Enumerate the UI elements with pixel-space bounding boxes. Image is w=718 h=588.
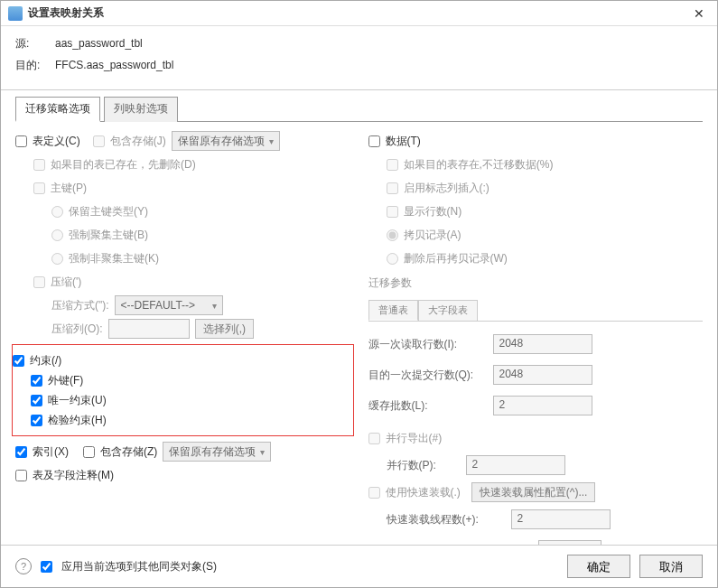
target-label: 目的: [15,56,48,74]
table-field-comment-label: 表及字段注释(M) [33,468,114,483]
data-label: 数据(T) [386,134,421,149]
pk-label: 主键(P) [51,181,87,196]
enable-identity-label: 启用标志列插入(:) [404,181,490,196]
force-cluster-pk-radio[interactable] [51,229,63,241]
fast-thread-input[interactable]: 2 [511,509,611,529]
include-storage-j-checkbox[interactable] [93,135,105,147]
subtab-lob[interactable]: 大字段表 [418,300,478,321]
show-rows-checkbox[interactable] [387,206,398,218]
use-fast-load-checkbox[interactable] [368,487,380,499]
storage-combo2[interactable]: 保留原有存储选项 [163,442,271,462]
subtab-normal[interactable]: 普通表 [368,300,418,321]
cache-batch-input[interactable]: 2 [493,396,592,415]
cancel-button[interactable]: 取消 [639,555,703,578]
parallel-export-label: 并行导出(#) [386,431,443,446]
app-icon [8,6,23,21]
table-field-comment-checkbox[interactable] [15,470,27,481]
fast-thread-label: 快速装载线程数(+): [387,512,504,527]
close-icon[interactable]: ✕ [688,6,710,21]
compress-col-input[interactable] [108,319,190,339]
parallel-rows-input[interactable]: 2 [466,455,565,475]
window-title: 设置表映射关系 [28,5,688,21]
table-def-label: 表定义(C) [33,134,80,149]
tab-migrate-strategy[interactable]: 迁移策略选项 [15,97,100,122]
if-exists-delete-label: 如果目的表已存在，先删除(D) [51,157,196,173]
compress-mode-label: 压缩方式("): [51,298,109,313]
use-fast-load-label: 使用快速装载(.) [386,485,461,500]
force-noncluster-pk-label: 强制非聚集主键(K) [69,251,159,266]
apply-all-label: 应用当前选项到其他同类对象(S) [61,559,217,574]
help-icon[interactable]: ? [15,558,32,574]
migrate-param-label: 迁移参数 [368,275,704,291]
target-value: FFCS.aas_password_tbl [55,56,173,74]
unique-checkbox[interactable] [31,395,42,406]
parallel-export-checkbox[interactable] [368,433,380,444]
show-rows-label: 显示行数(N) [404,204,462,219]
enable-identity-checkbox[interactable] [387,182,398,194]
src-read-rows-label: 源一次读取行数(I): [368,337,486,352]
check-label: 检验约束(H) [48,413,107,428]
index-checkbox[interactable] [15,446,27,458]
dst-commit-rows-label: 目的一次提交行数(Q): [368,368,486,383]
table-def-checkbox[interactable] [15,135,27,147]
copy-record-radio[interactable] [387,229,398,241]
force-noncluster-pk-radio[interactable] [51,253,63,265]
fk-label: 外键(F) [48,373,83,388]
parallel-rows-label: 并行数(P): [387,458,459,473]
src-read-rows-input[interactable]: 2048 [493,334,592,354]
source-value: aas_password_tbl [55,34,143,52]
dst-commit-rows-input[interactable]: 2048 [493,365,592,385]
constraint-label: 约束(/) [30,353,61,369]
compress-col-label: 压缩列(O): [51,322,103,337]
ok-button[interactable]: 确定 [567,555,630,578]
copy-after-delete-label: 删除后再拷贝记录(W) [404,251,508,266]
if-exists-no-migrate-label: 如果目的表存在,不迁移数据(%) [404,157,554,173]
select-col-button[interactable]: 选择列(,) [195,319,254,339]
include-storage-j-label: 包含存储(J) [110,134,166,149]
source-label: 源: [15,34,48,52]
if-exists-delete-checkbox[interactable] [33,159,45,171]
include-storage-z-checkbox[interactable] [83,446,95,458]
fk-checkbox[interactable] [31,375,42,387]
index-label: 索引(X) [33,444,69,460]
tab-column-mapping[interactable]: 列映射选项 [104,97,178,122]
keep-pk-type-radio[interactable] [51,206,63,218]
compress-checkbox[interactable] [33,276,45,288]
copy-record-label: 拷贝记录(A) [404,228,462,243]
constraint-checkbox[interactable] [13,355,24,367]
compress-label: 压缩(') [51,275,81,290]
unique-label: 唯一约束(U) [48,393,107,408]
check-checkbox[interactable] [31,415,42,426]
include-storage-z-label: 包含存储(Z) [100,444,157,460]
apply-all-checkbox[interactable] [41,561,52,573]
if-exists-no-migrate-checkbox[interactable] [387,159,398,171]
fast-load-config-button[interactable]: 快速装载属性配置(^)... [471,482,596,502]
cache-batch-label: 缓存批数(L): [368,398,486,414]
pk-checkbox[interactable] [33,182,45,194]
storage-combo[interactable]: 保留原有存储选项 [172,131,280,151]
keep-pk-type-label: 保留主键类型(Y) [69,204,148,219]
copy-after-delete-radio[interactable] [387,253,398,265]
data-checkbox[interactable] [368,135,380,147]
compress-mode-combo[interactable]: <--DEFAULT--> [115,295,223,315]
force-cluster-pk-label: 强制聚集主键(B) [69,228,148,243]
